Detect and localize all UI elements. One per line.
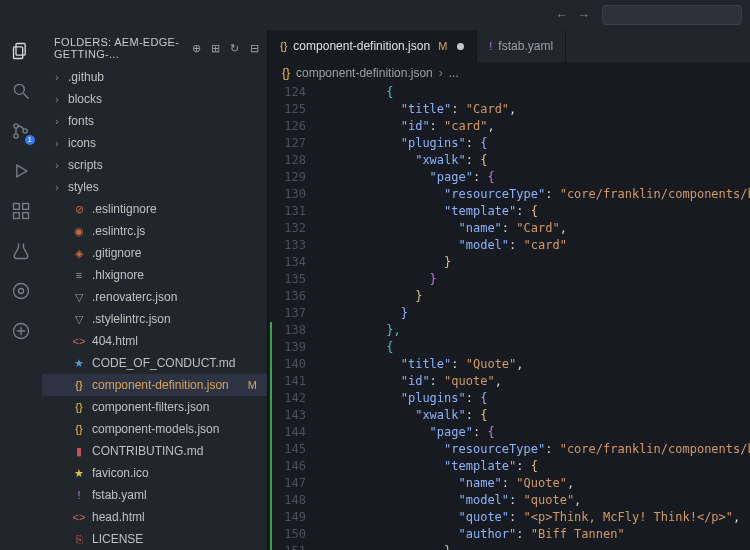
refresh-icon[interactable]: ↻ bbox=[230, 42, 239, 55]
folder-label: fonts bbox=[68, 114, 94, 128]
file-item[interactable]: ◈.gitignore bbox=[42, 242, 267, 264]
code-line[interactable]: "template": { bbox=[314, 203, 744, 220]
file-item[interactable]: ★favicon.ico bbox=[42, 462, 267, 484]
line-number: 150 bbox=[268, 526, 306, 543]
explorer-header: FOLDERS: AEM-EDGE-GETTING-... ⊕⊞↻⊟ bbox=[42, 30, 267, 66]
file-item[interactable]: ▽.renovaterc.json bbox=[42, 286, 267, 308]
file-item[interactable]: {}component-definition.jsonM bbox=[42, 374, 267, 396]
breadcrumb-more[interactable]: ... bbox=[449, 66, 459, 80]
code-line[interactable]: "page": { bbox=[314, 169, 744, 186]
breadcrumb-file[interactable]: component-definition.json bbox=[296, 66, 433, 80]
editor-tab[interactable]: !fstab.yaml bbox=[477, 30, 566, 62]
file-label: favicon.ico bbox=[92, 466, 149, 480]
search-icon[interactable] bbox=[10, 80, 32, 102]
code-line[interactable]: "title": "Quote", bbox=[314, 356, 744, 373]
code-line[interactable]: { bbox=[314, 339, 744, 356]
code-line[interactable]: "xwalk": { bbox=[314, 152, 744, 169]
file-item[interactable]: ≡.hlxignore bbox=[42, 264, 267, 286]
file-item[interactable]: <>head.html bbox=[42, 506, 267, 528]
files-icon[interactable] bbox=[10, 40, 32, 62]
folder-item[interactable]: ›icons bbox=[42, 132, 267, 154]
code-line[interactable]: } bbox=[314, 305, 744, 322]
code-line[interactable]: "template": { bbox=[314, 458, 744, 475]
chevron-right-icon: › bbox=[439, 66, 443, 80]
file-label: component-filters.json bbox=[92, 400, 209, 414]
command-center-search[interactable] bbox=[602, 5, 742, 25]
file-label: fstab.yaml bbox=[92, 488, 147, 502]
file-item[interactable]: {}component-models.json bbox=[42, 418, 267, 440]
folder-item[interactable]: ›blocks bbox=[42, 88, 267, 110]
file-item[interactable]: {}component-filters.json bbox=[42, 396, 267, 418]
code-line[interactable]: "name": "Card", bbox=[314, 220, 744, 237]
folder-item[interactable]: ›.github bbox=[42, 66, 267, 88]
code-editor[interactable]: 1241251261271281291301311321331341351361… bbox=[268, 84, 750, 550]
file-type-icon: ⎘ bbox=[72, 533, 86, 545]
code-line[interactable]: "model": "quote", bbox=[314, 492, 744, 509]
code-line[interactable]: "plugins": { bbox=[314, 135, 744, 152]
code-line[interactable]: "model": "card" bbox=[314, 237, 744, 254]
line-number: 141 bbox=[268, 373, 306, 390]
nav-forward-icon[interactable]: → bbox=[578, 8, 590, 22]
file-item[interactable]: ▮CONTRIBUTING.md bbox=[42, 440, 267, 462]
svg-rect-8 bbox=[14, 204, 20, 210]
code-line[interactable]: "resourceType": "core/franklin/component… bbox=[314, 441, 744, 458]
nav-back-icon[interactable]: ← bbox=[556, 8, 568, 22]
file-type-icon: ▽ bbox=[72, 291, 86, 304]
code-line[interactable]: "id": "quote", bbox=[314, 373, 744, 390]
remote-icon[interactable] bbox=[10, 280, 32, 302]
code-line[interactable]: } bbox=[314, 288, 744, 305]
code-line[interactable]: } bbox=[314, 271, 744, 288]
file-type-icon: ★ bbox=[72, 357, 86, 370]
file-item[interactable]: ★CODE_OF_CONDUCT.md bbox=[42, 352, 267, 374]
file-label: component-models.json bbox=[92, 422, 219, 436]
code-line[interactable]: "resourceType": "core/franklin/component… bbox=[314, 186, 744, 203]
file-tree[interactable]: ›.github›blocks›fonts›icons›scripts›styl… bbox=[42, 66, 267, 550]
file-item[interactable]: !fstab.yaml bbox=[42, 484, 267, 506]
line-number: 135 bbox=[268, 271, 306, 288]
file-item[interactable]: ⊘.eslintignore bbox=[42, 198, 267, 220]
file-item[interactable]: ◉.eslintrc.js bbox=[42, 220, 267, 242]
new-folder-icon[interactable]: ⊞ bbox=[211, 42, 220, 55]
code-line[interactable]: "quote": "<p>Think, McFly! Think!</p>", bbox=[314, 509, 744, 526]
file-label: .renovaterc.json bbox=[92, 290, 177, 304]
code-line[interactable]: { bbox=[314, 84, 744, 101]
code-line[interactable]: "page": { bbox=[314, 424, 744, 441]
line-number: 128 bbox=[268, 152, 306, 169]
scm-icon[interactable]: 1 bbox=[10, 120, 32, 142]
json-icon: {} bbox=[282, 66, 290, 80]
breadcrumb[interactable]: {} component-definition.json › ... bbox=[268, 62, 750, 84]
test-icon[interactable] bbox=[10, 240, 32, 262]
code-line[interactable]: "xwalk": { bbox=[314, 407, 744, 424]
file-type-icon: {} bbox=[72, 401, 86, 413]
spark-icon[interactable] bbox=[10, 320, 32, 342]
code-line[interactable]: "author": "Biff Tannen" bbox=[314, 526, 744, 543]
file-item[interactable]: <>404.html bbox=[42, 330, 267, 352]
folder-item[interactable]: ›styles bbox=[42, 176, 267, 198]
chevron-right-icon: › bbox=[52, 160, 62, 171]
file-item[interactable]: ▽.stylelintrc.json bbox=[42, 308, 267, 330]
line-number: 147 bbox=[268, 475, 306, 492]
svg-rect-10 bbox=[14, 213, 20, 219]
debug-icon[interactable] bbox=[10, 160, 32, 182]
code-line[interactable]: "id": "card", bbox=[314, 118, 744, 135]
code-line[interactable]: } bbox=[314, 543, 744, 550]
code-content[interactable]: { "title": "Card", "id": "card", "plugin… bbox=[314, 84, 750, 550]
code-line[interactable]: "name": "Quote", bbox=[314, 475, 744, 492]
line-number: 146 bbox=[268, 458, 306, 475]
file-type-icon: <> bbox=[72, 335, 86, 347]
editor-tab[interactable]: {}component-definition.jsonM bbox=[268, 30, 477, 62]
svg-rect-11 bbox=[23, 213, 29, 219]
code-line[interactable]: "title": "Card", bbox=[314, 101, 744, 118]
collapse-icon[interactable]: ⊟ bbox=[250, 42, 259, 55]
svg-marker-7 bbox=[17, 165, 27, 177]
extensions-icon[interactable] bbox=[10, 200, 32, 222]
code-line[interactable]: } bbox=[314, 254, 744, 271]
new-file-icon[interactable]: ⊕ bbox=[192, 42, 201, 55]
code-line[interactable]: "plugins": { bbox=[314, 390, 744, 407]
svg-point-2 bbox=[14, 84, 24, 94]
code-line[interactable]: }, bbox=[314, 322, 744, 339]
file-item[interactable]: ⎘LICENSE bbox=[42, 528, 267, 550]
folder-item[interactable]: ›fonts bbox=[42, 110, 267, 132]
explorer-folder-label: FOLDERS: AEM-EDGE-GETTING-... bbox=[54, 36, 192, 60]
folder-item[interactable]: ›scripts bbox=[42, 154, 267, 176]
